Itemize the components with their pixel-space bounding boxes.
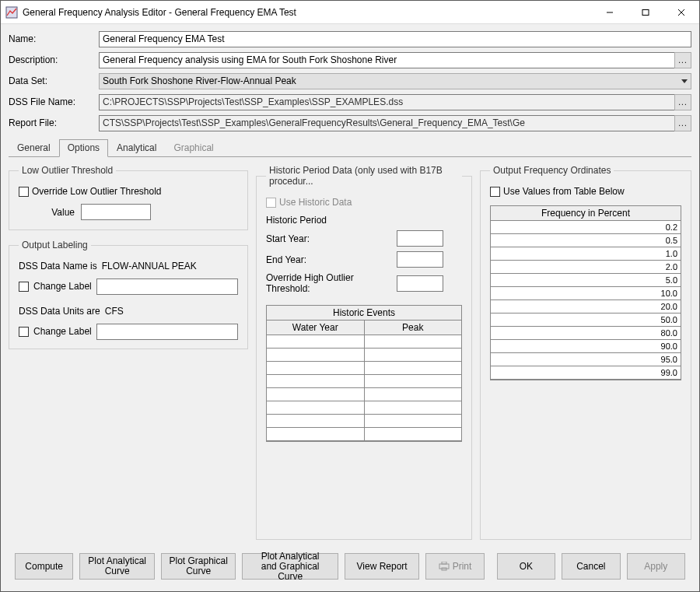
description-expand-button[interactable]: ...	[674, 52, 691, 68]
content: Name: General Frequency EMA Test Descrip…	[1, 24, 699, 591]
end-year-input[interactable]	[397, 251, 443, 268]
frequency-grid[interactable]: Frequency in Percent 0.2 0.5 1.0 2.0 5.0…	[490, 205, 681, 380]
use-values-below-checkbox[interactable]	[490, 187, 500, 197]
end-year-label: End Year:	[266, 254, 390, 265]
cancel-button[interactable]: Cancel	[562, 553, 620, 580]
change-name-label-checkbox[interactable]	[19, 282, 29, 292]
freq-cell[interactable]: 80.0	[491, 327, 681, 340]
tabs: General Options Analytical Graphical	[9, 138, 691, 157]
table-cell[interactable]	[267, 349, 365, 362]
change-name-label-text: Change Label	[33, 281, 92, 292]
table-cell[interactable]	[365, 362, 462, 375]
table-cell[interactable]	[267, 415, 365, 428]
dssfile-browse-button[interactable]: ...	[674, 94, 691, 110]
table-cell[interactable]	[267, 401, 365, 415]
start-year-input[interactable]	[397, 230, 443, 247]
dataset-label: Data Set:	[9, 75, 99, 86]
change-units-label-text: Change Label	[33, 326, 92, 337]
dataunits-value: CFS	[105, 306, 124, 317]
description-label: Description:	[9, 54, 99, 65]
historic-period-label: Historic Period	[266, 215, 462, 226]
table-cell[interactable]	[365, 349, 462, 362]
override-low-outlier-checkbox[interactable]	[19, 187, 29, 197]
output-labeling-group: Output Labeling DSS Data Name is FLOW-AN…	[9, 240, 248, 349]
use-values-below-label: Use Values from Table Below	[503, 186, 625, 197]
tab-options[interactable]: Options	[59, 139, 108, 157]
tab-general[interactable]: General	[9, 139, 59, 157]
description-input[interactable]: General Frequency analysis using EMA for…	[99, 52, 675, 68]
plot-graphical-button[interactable]: Plot Graphical Curve	[161, 553, 236, 580]
dataset-value: South Fork Shoshone River-Flow-Annual Pe…	[103, 75, 296, 86]
name-input[interactable]: General Frequency EMA Test	[99, 31, 691, 47]
table-cell[interactable]	[267, 388, 365, 401]
low-outlier-group: Low Outlier Threshold Override Low Outli…	[9, 165, 248, 230]
freq-cell[interactable]: 5.0	[491, 274, 681, 287]
reportfile-input: CTS\SSP\Projects\Test\SSP_Examples\Gener…	[99, 115, 675, 131]
table-cell[interactable]	[267, 335, 365, 349]
chevron-down-icon	[681, 75, 688, 86]
col-peak: Peak	[365, 321, 462, 335]
frequency-header: Frequency in Percent	[491, 206, 681, 221]
table-cell[interactable]	[365, 401, 462, 415]
tab-analytical[interactable]: Analytical	[108, 139, 165, 157]
name-label: Name:	[9, 33, 99, 44]
print-icon	[439, 562, 450, 571]
change-units-label-input[interactable]	[96, 324, 238, 340]
freq-cell[interactable]: 10.0	[491, 287, 681, 300]
historic-group: Historic Period Data (only used with B17…	[256, 165, 472, 540]
freq-cell[interactable]: 95.0	[491, 353, 681, 366]
plot-both-button[interactable]: Plot Analytical and Graphical Curve	[242, 553, 338, 580]
maximize-button[interactable]	[628, 1, 663, 24]
start-year-label: Start Year:	[266, 233, 390, 244]
col-water-year: Water Year	[267, 321, 365, 335]
print-button: Print	[425, 553, 484, 580]
tab-graphical: Graphical	[165, 139, 222, 157]
plot-analytical-button[interactable]: Plot Analytical Curve	[79, 553, 155, 580]
freq-cell[interactable]: 99.0	[491, 366, 681, 380]
override-low-outlier-label: Override Low Outlier Threshold	[32, 186, 162, 197]
compute-button[interactable]: Compute	[15, 553, 73, 580]
freq-cell[interactable]: 2.0	[491, 261, 681, 274]
table-cell[interactable]	[365, 388, 462, 401]
change-name-label-input[interactable]	[96, 278, 238, 295]
view-report-button[interactable]: View Report	[345, 553, 420, 580]
freq-cell[interactable]: 50.0	[491, 314, 681, 327]
table-cell[interactable]	[267, 375, 365, 388]
titlebar: General Frequency Analysis Editor - Gene…	[1, 1, 699, 24]
table-cell[interactable]	[267, 362, 365, 375]
override-high-outlier-input[interactable]	[397, 275, 443, 292]
table-cell[interactable]	[365, 335, 462, 349]
table-cell[interactable]	[267, 428, 365, 441]
frequency-ordinates-group: Output Frequency Ordinates Use Values fr…	[480, 165, 691, 540]
low-outlier-value-input[interactable]	[81, 204, 151, 220]
dataunits-prefix: DSS Data Units are	[19, 306, 100, 317]
tab-body-options: Low Outlier Threshold Override Low Outli…	[9, 157, 691, 549]
window: General Frequency Analysis Editor - Gene…	[0, 0, 700, 592]
freq-cell[interactable]: 20.0	[491, 300, 681, 314]
minimize-button[interactable]	[592, 1, 628, 24]
table-cell[interactable]	[365, 428, 462, 441]
table-cell[interactable]	[365, 375, 462, 388]
footer: Compute Plot Analytical Curve Plot Graph…	[9, 549, 691, 587]
close-button[interactable]	[663, 1, 699, 24]
dataname-prefix: DSS Data Name is	[19, 261, 97, 271]
historic-events-header: Historic Events	[267, 306, 461, 321]
freq-cell[interactable]: 0.2	[491, 221, 681, 234]
reportfile-label: Report File:	[9, 117, 99, 128]
frequency-ordinates-legend: Output Frequency Ordinates	[490, 165, 614, 176]
freq-cell[interactable]: 1.0	[491, 247, 681, 261]
dssfile-label: DSS File Name:	[9, 96, 99, 107]
ok-button[interactable]: OK	[497, 553, 555, 580]
freq-cell[interactable]: 0.5	[491, 234, 681, 247]
svg-rect-6	[442, 562, 446, 564]
freq-cell[interactable]: 90.0	[491, 340, 681, 353]
output-labeling-legend: Output Labeling	[19, 240, 91, 250]
override-high-outlier-label: Override High Outlier Threshold:	[266, 272, 390, 294]
historic-legend: Historic Period Data (only used with B17…	[266, 165, 462, 187]
reportfile-browse-button[interactable]: ...	[674, 115, 691, 131]
historic-events-grid[interactable]: Historic Events Water Year Peak	[266, 305, 462, 442]
dataset-combo[interactable]: South Fork Shoshone River-Flow-Annual Pe…	[99, 73, 691, 89]
svg-rect-2	[642, 9, 649, 15]
table-cell[interactable]	[365, 415, 462, 428]
change-units-label-checkbox[interactable]	[19, 327, 29, 337]
